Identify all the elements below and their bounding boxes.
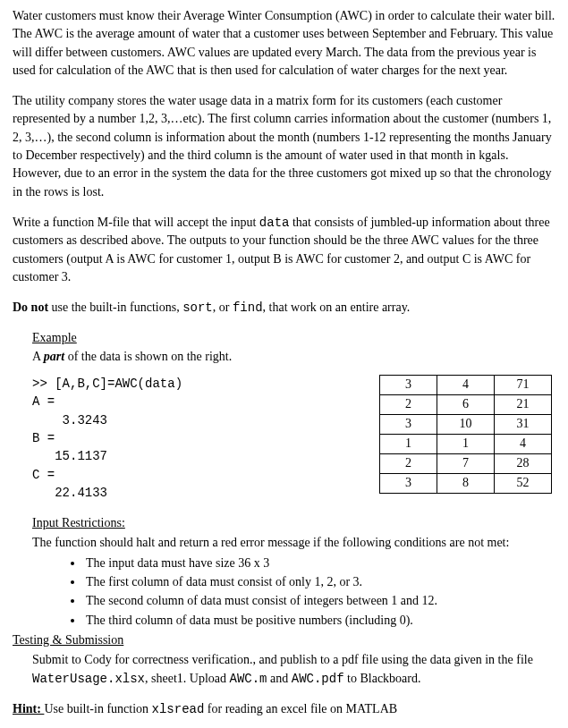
restrictions-intro: The function should halt and return a re… bbox=[32, 534, 555, 552]
testing-heading-line: Testing & Submission bbox=[13, 631, 555, 649]
table-row: 2621 bbox=[380, 395, 552, 415]
inline-code-find: find bbox=[233, 301, 263, 315]
table-cell: 31 bbox=[495, 415, 552, 435]
inline-code-sort: sort bbox=[182, 301, 213, 315]
testing-heading: Testing & Submission bbox=[13, 633, 123, 647]
table-cell: 21 bbox=[495, 395, 552, 415]
inline-code-xlsread: xlsread bbox=[152, 702, 205, 716]
table-cell: 3 bbox=[380, 474, 437, 494]
heading-text: Example bbox=[32, 331, 77, 344]
text: , or bbox=[213, 301, 233, 314]
text: Write a function M-file that will accept… bbox=[13, 216, 259, 229]
inline-code-xlsx: WaterUsage.xlsx bbox=[32, 672, 145, 686]
list-item: The first column of data must consist of… bbox=[84, 573, 555, 591]
table-row: 31031 bbox=[380, 415, 552, 435]
hint-label: Hint: bbox=[13, 702, 44, 715]
text: to Blackboard. bbox=[344, 672, 421, 685]
list-item: The input data must have size 36 x 3 bbox=[84, 554, 555, 572]
text: Use built-in function bbox=[44, 702, 151, 715]
text: A bbox=[32, 350, 44, 363]
restrictions-list: The input data must have size 36 x 3The … bbox=[84, 554, 555, 630]
example-columns: >> [A,B,C]=AWC(data) A = 3.3243 B = 15.1… bbox=[32, 375, 555, 502]
submission-paragraph: Submit to Cody for correctness verificat… bbox=[32, 651, 555, 688]
table-cell: 2 bbox=[380, 454, 437, 474]
table-cell: 3 bbox=[380, 376, 437, 395]
table-cell: 4 bbox=[437, 376, 495, 395]
data-sample-table: 347126213103111427283852 bbox=[379, 375, 552, 494]
table-cell: 8 bbox=[437, 474, 495, 494]
table-row: 2728 bbox=[380, 454, 552, 474]
text: , sheet1. Upload bbox=[145, 672, 229, 685]
text: The utility company stores the water usa… bbox=[13, 94, 552, 198]
paragraph-restriction-note: Do not use the built-in functions, sort,… bbox=[13, 299, 555, 317]
text: Submit to Cody for correctness verificat… bbox=[32, 653, 533, 666]
table-cell: 3 bbox=[380, 415, 437, 435]
table-cell: 4 bbox=[495, 435, 552, 454]
word-part: part bbox=[44, 350, 64, 363]
example-section: Example A part of the data is shown on t… bbox=[32, 329, 555, 502]
table-row: 3471 bbox=[380, 376, 552, 395]
restrictions-heading: Input Restrictions: bbox=[32, 514, 555, 532]
table-cell: 1 bbox=[380, 435, 437, 454]
inline-code-awc-pdf: AWC.pdf bbox=[292, 672, 344, 686]
paragraph-task: Write a function M-file that will accept… bbox=[13, 214, 555, 286]
table-row: 114 bbox=[380, 435, 552, 454]
matlab-output: >> [A,B,C]=AWC(data) A = 3.3243 B = 15.1… bbox=[32, 375, 182, 502]
text: and bbox=[267, 672, 292, 685]
text: of the data is shown on the right. bbox=[64, 350, 232, 363]
table-cell: 7 bbox=[437, 454, 495, 474]
text: Water customers must know their Average … bbox=[13, 9, 555, 77]
table-cell: 2 bbox=[380, 395, 437, 415]
inline-code-awc-m: AWC.m bbox=[230, 672, 267, 686]
table-cell: 71 bbox=[495, 376, 552, 395]
text: for reading an excel file on MATLAB bbox=[204, 702, 397, 715]
table-cell: 28 bbox=[495, 454, 552, 474]
do-not-label: Do not bbox=[13, 301, 48, 314]
hint-line: Hint: Use built-in function xlsread for … bbox=[13, 700, 555, 718]
example-heading: Example bbox=[32, 329, 555, 347]
list-item: The third column of data must be positiv… bbox=[84, 612, 555, 630]
table-row: 3852 bbox=[380, 474, 552, 494]
table-cell: 10 bbox=[437, 415, 495, 435]
table-cell: 1 bbox=[437, 435, 495, 454]
example-desc: A part of the data is shown on the right… bbox=[32, 348, 555, 366]
paragraph-awc-intro: Water customers must know their Average … bbox=[13, 7, 555, 80]
paragraph-matrix-desc: The utility company stores the water usa… bbox=[13, 92, 555, 201]
table-cell: 6 bbox=[437, 395, 495, 415]
input-restrictions-section: Input Restrictions: The function should … bbox=[32, 514, 555, 630]
table-cell: 52 bbox=[495, 474, 552, 494]
heading-text: Input Restrictions: bbox=[32, 516, 125, 529]
text: use the built-in functions, bbox=[48, 301, 182, 314]
inline-code-data: data bbox=[259, 216, 290, 230]
text: , that work on an entire array. bbox=[263, 301, 411, 314]
list-item: The second column of data must consist o… bbox=[84, 592, 555, 610]
